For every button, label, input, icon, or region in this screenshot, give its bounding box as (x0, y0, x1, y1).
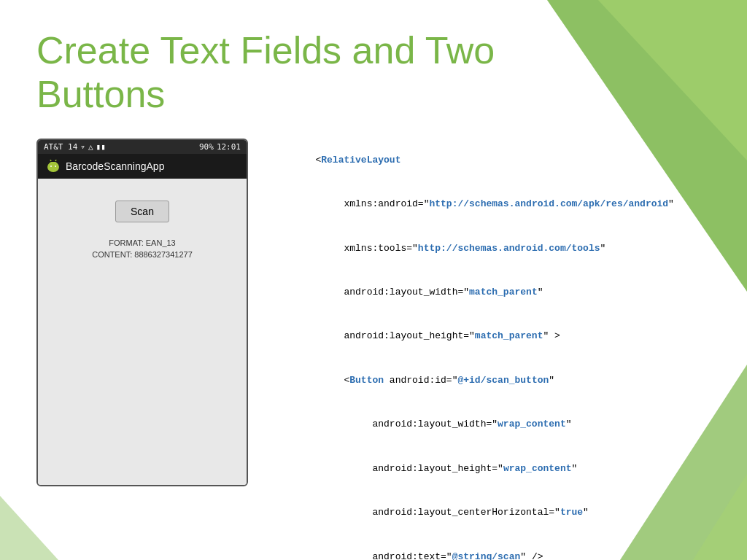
signal-bars: ▮▮ (96, 142, 106, 152)
scan-result: FORMAT: EAN_13 CONTENT: 8886327341277 (92, 237, 193, 261)
attr-xmlns-tools: xmlns:tools=" (315, 243, 417, 254)
btn-ch-q: " (583, 507, 589, 518)
btn-text-q: " /> (520, 551, 543, 560)
attr-lh-quote: " > (543, 330, 560, 341)
code-line-6: <Button android:id="@+id/scan_button" (270, 359, 711, 402)
tag-relativelayout: RelativeLayout (321, 155, 400, 166)
btn-center-h-val: true (560, 507, 583, 518)
slide-title: Create Text Fields and Two Buttons (36, 29, 511, 117)
app-icon (47, 160, 60, 173)
scan-content: CONTENT: 8886327341277 (92, 249, 193, 261)
attr-lw-quote: " (538, 287, 543, 298)
main-area: AT&T 14 ▿ △ ▮▮ 90% 12:01 (36, 139, 711, 560)
code-line-4: android:layout_width="match_parent" (270, 271, 711, 314)
code-line-8: android:layout_height="wrap_content" (270, 447, 711, 491)
time-text: 12:01 (217, 142, 241, 152)
button-tag: Button (349, 375, 384, 386)
code-line-5: android:layout_height="match_parent" > (270, 314, 711, 358)
status-bar-right: 90% 12:01 (199, 142, 241, 152)
code-line-1: <RelativeLayout (270, 139, 711, 182)
xmlns-tools-value: http://schemas.android.com/tools (418, 243, 600, 254)
btn-text-val: @string/scan (452, 551, 521, 560)
code-line-9: android:layout_centerHorizontal="true" (270, 491, 711, 534)
svg-line-10 (55, 160, 56, 161)
status-bar-left: AT&T 14 ▿ △ ▮▮ (44, 142, 106, 152)
phone-content: Scan FORMAT: EAN_13 CONTENT: 88863273412… (38, 179, 247, 485)
svg-point-8 (55, 166, 56, 167)
app-title: BarcodeScanningApp (66, 160, 164, 172)
layout-width-value: match_parent (469, 287, 538, 298)
bt-icon: ▿ (80, 142, 85, 152)
code-line-3: xmlns:tools="http://schemas.android.com/… (270, 226, 711, 270)
code-line-2: xmlns:android="http://schemas.android.co… (270, 182, 711, 226)
scan-button[interactable]: Scan (115, 201, 169, 222)
attr-tools-quote: " (600, 243, 606, 254)
battery-text: 90% (199, 142, 214, 152)
attr-layout-height: android:layout_height=" (315, 330, 474, 341)
carrier-text: AT&T 14 (44, 142, 77, 152)
phone-mockup: AT&T 14 ▿ △ ▮▮ 90% 12:01 (36, 139, 248, 486)
scan-format: FORMAT: EAN_13 (92, 237, 193, 249)
svg-line-9 (50, 160, 51, 161)
code-line-10: android:text="@string/scan" /> (270, 534, 711, 560)
wifi-icon: △ (88, 142, 93, 152)
btn-width: android:layout_width=" (315, 419, 498, 429)
btn-width-val: wrap_content (498, 419, 566, 429)
phone-status-bar: AT&T 14 ▿ △ ▮▮ 90% 12:01 (38, 140, 247, 154)
layout-height-value: match_parent (475, 330, 543, 341)
btn-height: android:layout_height=" (315, 463, 503, 474)
phone-app-bar: BarcodeScanningApp (38, 154, 247, 179)
attr-layout-width: android:layout_width=" (315, 287, 469, 298)
btn-center-h: android:layout_centerHorizontal=" (315, 507, 560, 518)
btn-text: android:text=" (315, 551, 452, 560)
button-bracket: < (315, 375, 349, 386)
attr-xmlns-android: xmlns:android=" (315, 198, 429, 209)
attr-quote-end: " (668, 198, 674, 209)
btn-id-value: @+id/scan_button (457, 375, 549, 386)
svg-point-7 (50, 166, 52, 167)
btn-height-q: " (572, 463, 578, 474)
btn-width-q: " (566, 419, 572, 429)
attr-id-btn: android:id=" (384, 375, 457, 386)
code-panel: <RelativeLayout xmlns:android="http://sc… (270, 139, 711, 560)
btn-height-val: wrap_content (503, 463, 572, 474)
attr-id-q: " (549, 375, 554, 386)
xmlns-android-value: http://schemas.android.com/apk/res/andro… (429, 198, 668, 209)
code-line-7: android:layout_width="wrap_content" (270, 402, 711, 446)
